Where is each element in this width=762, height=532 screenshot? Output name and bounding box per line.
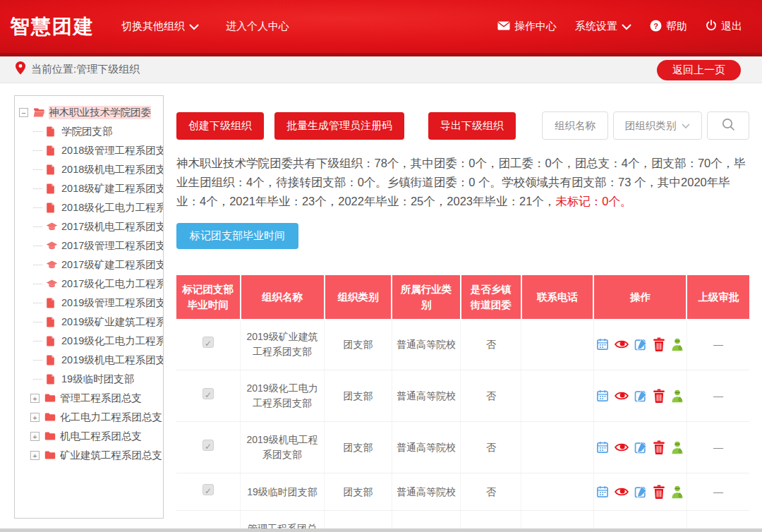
personal-center-link[interactable]: 进入个人中心 <box>226 20 289 33</box>
edit-icon[interactable] <box>634 440 648 454</box>
tree-node-label: 化工电力工程系团总支 <box>60 411 162 424</box>
tree-node[interactable]: +矿业建筑工程系团总支 <box>19 446 163 465</box>
table-row: 2019级机电工程系团支部团支部普通高等院校否— <box>176 422 749 473</box>
horizontal-scrollbar[interactable] <box>0 528 762 532</box>
tree-node-label: 矿业建筑工程系团总支 <box>60 449 162 462</box>
file-icon <box>46 355 58 365</box>
delete-icon[interactable] <box>653 440 665 454</box>
tree-node[interactable]: 2017级机电工程系团支部 <box>19 217 163 236</box>
tree-node[interactable]: 2018级机电工程系团支部 <box>19 160 163 179</box>
edit-icon[interactable] <box>634 485 648 499</box>
tree-node[interactable]: 2018级矿建工程系团支部 <box>19 179 163 198</box>
switch-org-menu[interactable]: 切换其他组织 <box>121 20 199 33</box>
tree-node[interactable]: 2018级管理工程系团支部 <box>19 141 163 160</box>
calendar-icon[interactable] <box>595 440 610 454</box>
file-icon <box>46 202 58 213</box>
edit-icon[interactable] <box>634 337 648 351</box>
tree-node[interactable]: 2019级矿业建筑工程系团支部 <box>19 313 163 332</box>
row-checkbox[interactable] <box>202 440 214 451</box>
tree-connector <box>33 246 42 246</box>
delete-icon[interactable] <box>653 485 665 499</box>
tree-node[interactable]: 2019级机电工程系团支部 <box>19 351 163 370</box>
table-row: 2019级化工电力工程系团支部团支部普通高等院校否— <box>176 370 749 422</box>
tree-node[interactable]: 2017级矿建工程系团支部 <box>19 255 163 274</box>
tree-node[interactable]: 2019级化工电力工程系团支部 <box>19 332 163 351</box>
eye-icon[interactable] <box>615 485 629 499</box>
approval-dash: — <box>713 339 723 350</box>
help-link[interactable]: ? 帮助 <box>650 20 687 34</box>
manager-icon[interactable] <box>670 485 684 499</box>
tree-node-label: 2019级矿业建筑工程系团支部 <box>61 315 163 329</box>
manager-icon[interactable] <box>670 337 684 351</box>
tree-node-label: 19级临时团支部 <box>61 373 134 386</box>
eye-icon[interactable] <box>615 389 629 403</box>
manager-icon[interactable] <box>670 440 684 454</box>
edit-icon[interactable] <box>634 389 648 403</box>
tree-connector <box>33 226 42 227</box>
calendar-icon[interactable] <box>595 337 610 351</box>
delete-icon[interactable] <box>653 389 665 403</box>
org-table-body: 2019级矿业建筑工程系团支部团支部普通高等院校否—2019级化工电力工程系团支… <box>176 319 749 532</box>
calendar-icon[interactable] <box>595 389 610 403</box>
system-settings-menu[interactable]: 系统设置 <box>575 20 631 33</box>
batch-generate-codes-button[interactable]: 批量生成管理员注册码 <box>274 112 404 140</box>
org-tree: −神木职业技术学院团委学院团支部2018级管理工程系团支部2018级机电工程系团… <box>19 103 163 465</box>
tree-node-label: 管理工程系团总支 <box>60 392 142 405</box>
approval-dash: — <box>713 390 723 401</box>
action-center-link[interactable]: 操作中心 <box>497 20 557 33</box>
tree-node[interactable]: +化工电力工程系团总支 <box>19 408 163 427</box>
tree-connector <box>33 131 42 132</box>
search-button[interactable] <box>707 111 749 140</box>
folder-icon <box>44 431 56 442</box>
tree-node[interactable]: 2017级管理工程系团支部 <box>19 236 163 255</box>
row-checkbox[interactable] <box>202 337 214 348</box>
export-sub-org-button[interactable]: 导出下级组织 <box>428 112 516 140</box>
eye-icon[interactable] <box>615 440 629 454</box>
calendar-icon[interactable] <box>595 485 610 499</box>
file-icon <box>46 183 58 194</box>
org-name-input[interactable] <box>542 111 608 140</box>
tree-node[interactable]: 2019级管理工程系团支部 <box>19 294 163 313</box>
expand-icon[interactable]: + <box>30 432 40 441</box>
tree-node-label: 学院团支部 <box>61 125 113 138</box>
folder-open-icon <box>33 107 45 118</box>
mark-time-cell <box>176 422 241 473</box>
tree-node[interactable]: +机电工程系团总支 <box>19 427 163 446</box>
tree-node[interactable]: 19级临时团支部 <box>19 370 163 389</box>
table-header-row: 标记团支部毕业时间组织名称组织类别所属行业类别是否乡镇街道团委联系电话操作上级审… <box>176 275 749 319</box>
tree-node[interactable]: −神木职业技术学院团委 <box>19 103 163 122</box>
org-name-cell: 2019级机电工程系团支部 <box>241 422 325 473</box>
row-checkbox[interactable] <box>202 484 214 495</box>
collapse-icon[interactable]: − <box>19 108 28 117</box>
delete-icon[interactable] <box>653 337 665 351</box>
column-header: 联系电话 <box>521 275 594 319</box>
tree-connector <box>33 379 42 380</box>
question-icon: ? <box>650 20 662 34</box>
logout-link[interactable]: 退出 <box>706 20 742 33</box>
action-icons <box>597 337 684 351</box>
create-sub-org-button[interactable]: 创建下级组织 <box>176 112 264 140</box>
actions-cell <box>593 422 687 473</box>
expand-icon[interactable]: + <box>30 451 40 460</box>
org-name-cell: 2019级矿业建筑工程系团支部 <box>241 319 325 370</box>
expand-icon[interactable]: + <box>30 413 40 422</box>
township-cell: 否 <box>461 473 521 511</box>
industry-cell: 普通高等院校 <box>392 473 461 511</box>
back-button[interactable]: 返回上一页 <box>657 60 741 80</box>
tree-node[interactable]: 2018级化工电力工程系团支部 <box>19 198 163 217</box>
expand-icon[interactable]: + <box>30 394 40 403</box>
tree-connector <box>33 188 42 189</box>
file-icon <box>46 374 58 385</box>
column-header: 所属行业类别 <box>392 275 461 319</box>
tree-connector <box>33 341 42 341</box>
tree-node[interactable]: 学院团支部 <box>19 122 163 141</box>
action-icons <box>597 440 684 454</box>
eye-icon[interactable] <box>615 337 629 351</box>
tree-node[interactable]: +管理工程系团总支 <box>19 389 163 408</box>
row-checkbox[interactable] <box>202 388 214 399</box>
mark-graduation-time-button[interactable]: 标记团支部毕业时间 <box>176 223 298 249</box>
org-category-select[interactable]: 团组织类别 <box>613 111 702 140</box>
township-cell: 否 <box>461 422 521 473</box>
tree-node[interactable]: 2017级化工电力工程系团支部 <box>19 274 163 294</box>
manager-icon[interactable] <box>670 389 684 403</box>
